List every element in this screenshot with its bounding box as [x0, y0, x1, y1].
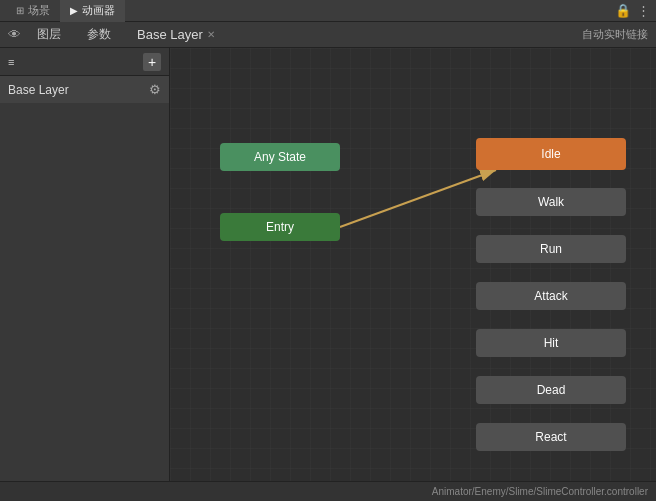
tab-animator-label: 动画器 — [82, 3, 115, 18]
state-dead[interactable]: Dead — [476, 376, 626, 404]
base-layer-tab[interactable]: Base Layer ✕ — [127, 27, 225, 42]
base-layer-tab-close[interactable]: ✕ — [207, 29, 215, 40]
toolbar-tab-params[interactable]: 参数 — [77, 22, 121, 48]
lock-icon[interactable]: 🔒 — [615, 3, 631, 18]
eye-icon[interactable]: 👁 — [8, 27, 21, 42]
layers-icon: ≡ — [8, 56, 14, 68]
menu-icon[interactable]: ⋮ — [637, 3, 650, 18]
state-attack[interactable]: Attack — [476, 282, 626, 310]
state-react[interactable]: React — [476, 423, 626, 451]
status-bar: Animator/Enemy/Slime/SlimeController.con… — [0, 481, 656, 501]
auto-link-button[interactable]: 自动实时链接 — [582, 27, 648, 42]
toolbar-tab-layers[interactable]: 图层 — [27, 22, 71, 48]
status-path: Animator/Enemy/Slime/SlimeController.con… — [432, 486, 648, 497]
sidebar-header: ≡ + — [0, 48, 169, 76]
state-hit[interactable]: Hit — [476, 329, 626, 357]
state-entry[interactable]: Entry — [220, 213, 340, 241]
sidebar-layer-item[interactable]: Base Layer ⚙ — [0, 76, 169, 103]
state-run[interactable]: Run — [476, 235, 626, 263]
arrow-overlay — [170, 48, 656, 481]
state-walk[interactable]: Walk — [476, 188, 626, 216]
sidebar-header-left: ≡ — [8, 56, 14, 68]
tab-scene[interactable]: ⊞ 场景 — [6, 0, 60, 22]
tab-animator[interactable]: ▶ 动画器 — [60, 0, 125, 22]
tab-scene-label: 场景 — [28, 3, 50, 18]
state-any[interactable]: Any State — [220, 143, 340, 171]
sidebar: ≡ + Base Layer ⚙ — [0, 48, 170, 481]
animator-icon: ▶ — [70, 5, 78, 16]
main-layout: ≡ + Base Layer ⚙ Any State Entr — [0, 48, 656, 481]
canvas-area[interactable]: Any State Entry Idle Walk Run Attack Hit… — [170, 48, 656, 481]
top-bar-right: 🔒 ⋮ — [615, 3, 650, 18]
layer-gear-icon[interactable]: ⚙ — [149, 82, 161, 97]
top-tab-bar: ⊞ 场景 ▶ 动画器 🔒 ⋮ — [0, 0, 656, 22]
toolbar: 👁 图层 参数 Base Layer ✕ 自动实时链接 — [0, 22, 656, 48]
svg-line-1 — [340, 170, 496, 227]
state-idle[interactable]: Idle — [476, 138, 626, 170]
sidebar-layer-name: Base Layer — [8, 83, 69, 97]
scene-icon: ⊞ — [16, 5, 24, 16]
add-layer-button[interactable]: + — [143, 53, 161, 71]
